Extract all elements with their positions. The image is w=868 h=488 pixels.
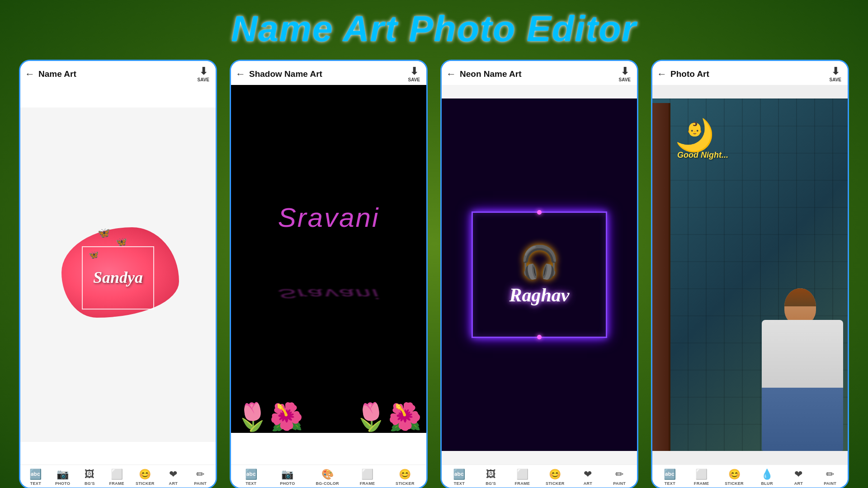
woman-figure	[753, 288, 848, 451]
name-art-composition: 🦋 🦋 🦋 Sandya	[57, 214, 179, 336]
back-arrow-icon-2[interactable]: ←	[236, 68, 245, 80]
panel3-header: ← Neon Name Art ⬇ SAVE	[442, 61, 637, 85]
panel2-title: Shadow Name Art	[249, 69, 322, 79]
toolbar-bgs[interactable]: 🖼 BG'S	[81, 469, 98, 486]
bgs-icon-3: 🖼	[486, 469, 496, 480]
toolbar3-frame[interactable]: ⬜ FRAME	[514, 469, 530, 486]
toolbar4-paint[interactable]: ✏ PAINT	[822, 469, 838, 486]
back-arrow-icon-4[interactable]: ←	[657, 68, 667, 80]
panel1-toolbar: 🔤 TEXT 📷 PHOTO 🖼 BG'S ⬜ FRAME 😊 STICKER …	[20, 465, 216, 488]
panel4-save-button[interactable]: ⬇ SAVE	[830, 66, 842, 82]
toolbar-frame[interactable]: ⬜ FRAME	[108, 469, 125, 486]
paint-icon-4: ✏	[826, 469, 834, 480]
butterfly3-sticker: 🦋	[89, 250, 99, 260]
toolbar3-bgs[interactable]: 🖼 BG'S	[483, 469, 499, 486]
woman-jacket	[762, 320, 843, 392]
raghav-name-text: Raghav	[509, 284, 569, 306]
panel4-title: Photo Art	[670, 69, 709, 79]
toolbar-paint[interactable]: ✏ PAINT	[192, 469, 208, 486]
blur-icon: 💧	[761, 469, 773, 480]
toolbar4-blur[interactable]: 💧 BLUR	[759, 469, 775, 486]
butterfly2-sticker: 🦋	[116, 236, 127, 247]
save-icon-2: ⬇	[410, 66, 418, 77]
moon-sticker-group: 🌙 👶	[675, 117, 714, 154]
toolbar2-frame[interactable]: ⬜ FRAME	[359, 469, 375, 486]
page-title: Name Art Photo Editor	[0, 0, 868, 60]
woman-head	[784, 288, 816, 324]
panel4-bottom-white	[652, 451, 848, 465]
art-icon: ❤	[169, 469, 177, 480]
toolbar4-sticker[interactable]: 😊 STICKER	[725, 469, 744, 486]
panel-photo-art: ← Photo Art ⬇ SAVE 🌙 👶 Good Night...	[651, 60, 849, 488]
frame-label-3: FRAME	[515, 481, 530, 486]
toolbar2-bgcolor[interactable]: 🎨 BG-COLOR	[316, 469, 339, 486]
panel3-save-label: SAVE	[619, 77, 631, 82]
frame-label: FRAME	[109, 481, 124, 486]
sticker-icon-4: 😊	[728, 469, 741, 480]
panel2-save-button[interactable]: ⬇ SAVE	[408, 66, 420, 82]
toolbar-text[interactable]: 🔤 TEXT	[28, 469, 44, 486]
panel1-header-left: ← Name Art	[25, 68, 76, 80]
text-icon-4: 🔤	[664, 469, 676, 480]
paint-icon: ✏	[196, 469, 204, 480]
sravani-shadow-text: Sravani	[278, 286, 379, 302]
panel1-bottom-white	[20, 442, 216, 465]
art-label-4: ART	[794, 481, 803, 486]
toolbar2-photo[interactable]: 📷 PHOTO	[279, 469, 296, 486]
back-arrow-icon[interactable]: ←	[25, 68, 35, 80]
panel1-save-button[interactable]: ⬇ SAVE	[198, 66, 210, 82]
panel2-header-left: ← Shadow Name Art	[236, 68, 322, 80]
back-arrow-icon-3[interactable]: ←	[446, 68, 456, 80]
save-icon-3: ⬇	[621, 66, 629, 77]
flower-left-sticker: 🌷🌺	[236, 401, 303, 433]
photo-label-2: PHOTO	[280, 481, 295, 486]
art-icon-3: ❤	[584, 469, 592, 480]
text-icon-2: 🔤	[245, 469, 257, 480]
bgs-label: BG'S	[85, 481, 95, 486]
bgs-icon: 🖼	[85, 469, 94, 480]
toolbar4-art[interactable]: ❤ ART	[790, 469, 807, 486]
panel1-top-white	[20, 85, 216, 108]
text-icon-3: 🔤	[453, 469, 465, 480]
toolbar-photo[interactable]: 📷 PHOTO	[55, 469, 71, 486]
frame-label-2: FRAME	[360, 481, 375, 486]
text-label: TEXT	[30, 481, 41, 486]
panel1-canvas: 🦋 🦋 🦋 Sandya	[20, 108, 216, 442]
text-label-3: TEXT	[454, 481, 465, 486]
toolbar3-art[interactable]: ❤ ART	[580, 469, 596, 486]
panel4-toolbar: 🔤 TEXT ⬜ FRAME 😊 STICKER 💧 BLUR ❤ ART ✏	[652, 465, 848, 488]
panel3-toolbar: 🔤 TEXT 🖼 BG'S ⬜ FRAME 😊 STICKER ❤ ART ✏	[442, 465, 637, 488]
toolbar2-sticker[interactable]: 😊 STICKER	[396, 469, 415, 486]
headphone-sticker: 🎧	[520, 244, 559, 281]
panel3-save-button[interactable]: ⬇ SAVE	[619, 66, 631, 82]
toolbar2-text[interactable]: 🔤 TEXT	[243, 469, 259, 486]
panels-container: ← Name Art ⬇ SAVE 🦋 🦋 🦋 Sandya 🔤	[0, 60, 868, 488]
neon-dot-bottom	[537, 335, 542, 339]
window-frame-left	[652, 103, 670, 451]
toolbar4-frame[interactable]: ⬜ FRAME	[693, 469, 710, 486]
toolbar3-sticker[interactable]: 😊 STICKER	[546, 469, 565, 486]
toolbar-art[interactable]: ❤ ART	[165, 469, 181, 486]
sleeping-child-emoji: 👶	[686, 121, 703, 137]
save-icon-4: ⬇	[831, 66, 840, 77]
panel2-canvas: Sravani Sravani 🌷🌺 🌷🌺	[231, 85, 426, 433]
photo-icon-2: 📷	[281, 469, 293, 480]
panel2-toolbar: 🔤 TEXT 📷 PHOTO 🎨 BG-COLOR ⬜ FRAME 😊 STIC…	[231, 465, 426, 488]
toolbar4-text[interactable]: 🔤 TEXT	[662, 469, 678, 486]
toolbar-sticker[interactable]: 😊 STICKER	[136, 469, 155, 486]
paint-label-3: PAINT	[613, 481, 626, 486]
save-icon: ⬇	[199, 66, 208, 77]
panel4-canvas: 🌙 👶 Good Night...	[652, 99, 848, 451]
toolbar3-paint[interactable]: ✏ PAINT	[611, 469, 627, 486]
paint-label: PAINT	[194, 481, 207, 486]
photo-icon: 📷	[57, 469, 69, 480]
woman-photo-area	[748, 99, 848, 451]
blur-label: BLUR	[761, 481, 773, 486]
toolbar3-text[interactable]: 🔤 TEXT	[451, 469, 467, 486]
photo-background: 🌙 👶 Good Night...	[652, 99, 848, 451]
panel1-title: Name Art	[38, 69, 76, 79]
text-label-4: TEXT	[665, 481, 675, 486]
sticker-icon-2: 😊	[399, 469, 411, 480]
frame-icon-4: ⬜	[695, 469, 708, 480]
sticker-label-4: STICKER	[725, 481, 744, 486]
